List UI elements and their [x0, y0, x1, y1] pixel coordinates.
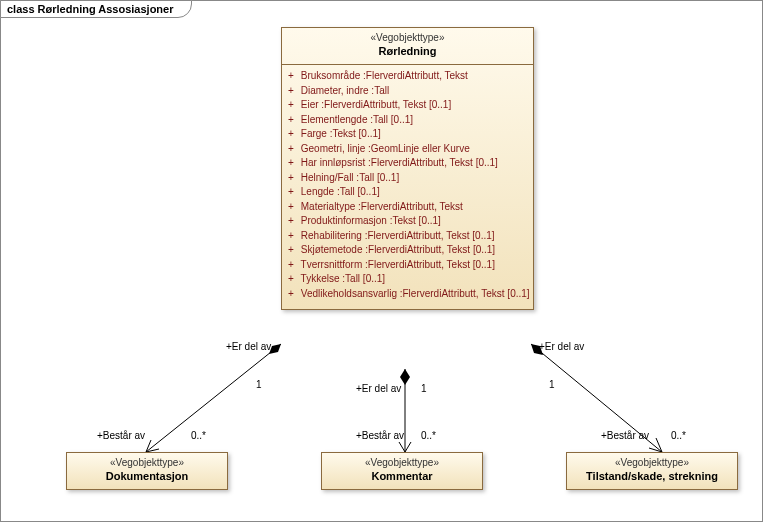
diagram-canvas: class Rørledning Assosiasjoner «Vegobjek…	[0, 0, 763, 522]
attr-text: Har innløpsrist :FlerverdiAttributt, Tek…	[301, 157, 498, 168]
attr-row: + Eier :FlerverdiAttributt, Tekst [0..1]	[288, 98, 527, 113]
attr-text: Geometri, linje :GeomLinje eller Kurve	[301, 143, 470, 154]
attr-visibility-icon: +	[288, 243, 298, 258]
attr-row: + Farge :Tekst [0..1]	[288, 127, 527, 142]
attr-text: Farge :Tekst [0..1]	[301, 128, 381, 139]
attr-text: Produktinformasjon :Tekst [0..1]	[301, 215, 441, 226]
attr-visibility-icon: +	[288, 98, 298, 113]
class-kommentar-name: Kommentar	[326, 470, 478, 484]
class-kommentar-stereo: «Vegobjekttype»	[326, 457, 478, 470]
attr-text: Helning/Fall :Tall [0..1]	[301, 172, 399, 183]
class-tilstand-name: Tilstand/skade, strekning	[571, 470, 733, 484]
mult-one-mid: 1	[421, 383, 427, 394]
attr-row: + Helning/Fall :Tall [0..1]	[288, 171, 527, 186]
role-child-mid: +Består av	[356, 430, 404, 441]
attr-text: Skjøtemetode :FlerverdiAttributt, Tekst …	[301, 244, 495, 255]
attr-text: Vedlikeholdsansvarlig :FlerverdiAttribut…	[301, 288, 530, 299]
attr-visibility-icon: +	[288, 127, 298, 142]
class-dokumentasjon-stereo: «Vegobjekttype»	[71, 457, 223, 470]
attr-visibility-icon: +	[288, 171, 298, 186]
class-dokumentasjon-header: «Vegobjekttype» Dokumentasjon	[67, 453, 227, 489]
attr-row: + Vedlikeholdsansvarlig :FlerverdiAttrib…	[288, 287, 527, 302]
frame-title-text: class Rørledning Assosiasjoner	[7, 3, 173, 15]
class-rorledning-stereo: «Vegobjekttype»	[286, 32, 529, 45]
attr-text: Eier :FlerverdiAttributt, Tekst [0..1]	[301, 99, 451, 110]
attr-visibility-icon: +	[288, 142, 298, 157]
attr-visibility-icon: +	[288, 113, 298, 128]
mult-many-left: 0..*	[191, 430, 206, 441]
class-dokumentasjon-name: Dokumentasjon	[71, 470, 223, 484]
attr-visibility-icon: +	[288, 229, 298, 244]
attr-row: + Elementlengde :Tall [0..1]	[288, 113, 527, 128]
attr-text: Tykkelse :Tall [0..1]	[301, 273, 385, 284]
attr-visibility-icon: +	[288, 84, 298, 99]
role-parent-right: +Er del av	[539, 341, 584, 352]
attr-text: Bruksområde :FlerverdiAttributt, Tekst	[301, 70, 468, 81]
attr-text: Elementlengde :Tall [0..1]	[301, 114, 413, 125]
attr-text: Diameter, indre :Tall	[301, 85, 389, 96]
attr-text: Tverrsnittform :FlerverdiAttributt, Teks…	[301, 259, 495, 270]
attr-row: + Diameter, indre :Tall	[288, 84, 527, 99]
attr-row: + Tverrsnittform :FlerverdiAttributt, Te…	[288, 258, 527, 273]
svg-marker-3	[400, 369, 410, 385]
mult-one-right: 1	[549, 379, 555, 390]
class-rorledning: «Vegobjekttype» Rørledning + Bruksområde…	[281, 27, 534, 310]
role-parent-left: +Er del av	[226, 341, 271, 352]
mult-many-mid: 0..*	[421, 430, 436, 441]
attr-row: + Skjøtemetode :FlerverdiAttributt, Teks…	[288, 243, 527, 258]
attr-row: + Bruksområde :FlerverdiAttributt, Tekst	[288, 69, 527, 84]
attr-row: + Produktinformasjon :Tekst [0..1]	[288, 214, 527, 229]
attr-text: Materialtype :FlerverdiAttributt, Tekst	[301, 201, 463, 212]
class-dokumentasjon: «Vegobjekttype» Dokumentasjon	[66, 452, 228, 490]
attr-visibility-icon: +	[288, 69, 298, 84]
attr-visibility-icon: +	[288, 214, 298, 229]
attr-row: + Materialtype :FlerverdiAttributt, Teks…	[288, 200, 527, 215]
class-kommentar-header: «Vegobjekttype» Kommentar	[322, 453, 482, 489]
class-tilstand: «Vegobjekttype» Tilstand/skade, streknin…	[566, 452, 738, 490]
class-rorledning-name: Rørledning	[286, 45, 529, 59]
attr-text: Lengde :Tall [0..1]	[301, 186, 380, 197]
attr-text: Rehabilitering :FlerverdiAttributt, Teks…	[301, 230, 495, 241]
role-child-right: +Består av	[601, 430, 649, 441]
svg-line-0	[146, 344, 281, 452]
role-child-left: +Består av	[97, 430, 145, 441]
class-kommentar: «Vegobjekttype» Kommentar	[321, 452, 483, 490]
mult-many-right: 0..*	[671, 430, 686, 441]
class-tilstand-stereo: «Vegobjekttype»	[571, 457, 733, 470]
role-parent-mid: +Er del av	[356, 383, 401, 394]
attr-visibility-icon: +	[288, 185, 298, 200]
mult-one-left: 1	[256, 379, 262, 390]
attr-row: + Har innløpsrist :FlerverdiAttributt, T…	[288, 156, 527, 171]
attr-visibility-icon: +	[288, 272, 298, 287]
attr-visibility-icon: +	[288, 258, 298, 273]
attr-row: + Rehabilitering :FlerverdiAttributt, Te…	[288, 229, 527, 244]
class-rorledning-header: «Vegobjekttype» Rørledning	[282, 28, 533, 65]
attr-visibility-icon: +	[288, 200, 298, 215]
class-tilstand-header: «Vegobjekttype» Tilstand/skade, streknin…	[567, 453, 737, 489]
attr-row: + Tykkelse :Tall [0..1]	[288, 272, 527, 287]
frame-title: class Rørledning Assosiasjoner	[0, 0, 192, 18]
attr-visibility-icon: +	[288, 287, 298, 302]
attr-row: + Lengde :Tall [0..1]	[288, 185, 527, 200]
attr-row: + Geometri, linje :GeomLinje eller Kurve	[288, 142, 527, 157]
attr-visibility-icon: +	[288, 156, 298, 171]
class-rorledning-attrs: + Bruksområde :FlerverdiAttributt, Tekst…	[282, 65, 533, 309]
